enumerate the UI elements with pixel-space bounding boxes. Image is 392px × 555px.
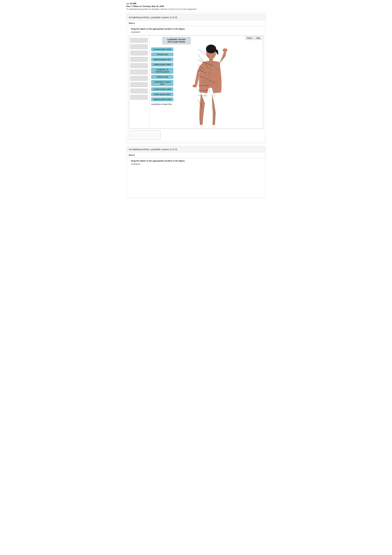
drop-box-10[interactable] — [130, 95, 148, 100]
svg-line-43 — [212, 98, 212, 110]
grading-note: To understand how points are awarded, re… — [127, 8, 266, 10]
svg-point-3 — [223, 48, 227, 52]
top-divider — [125, 13, 267, 13]
drop-box-7[interactable] — [130, 76, 148, 81]
answer-label-2: ANSWER: — [127, 163, 265, 166]
part-divider-2 — [127, 158, 265, 158]
labels-and-image: Cervical lymph nodes Thoracic duct Right… — [151, 46, 262, 127]
drop-box-9[interactable] — [130, 89, 148, 93]
drop-box-1[interactable] — [130, 38, 148, 43]
drop-box-8[interactable] — [130, 82, 148, 87]
activity-2-content-area — [127, 166, 265, 198]
body-illustration — [175, 44, 229, 127]
label-cisterna[interactable]: Cisterna chyli — [151, 75, 173, 79]
drop-box-4[interactable] — [130, 57, 148, 62]
label-inguinal[interactable]: Inguinal lymph nodes — [151, 97, 173, 101]
svg-line-34 — [205, 93, 206, 97]
instruction-text-2: Drag the labels to the appropriate locat… — [127, 159, 265, 163]
label-thoracic[interactable]: Thoracic duct — [151, 52, 173, 56]
instruction-text: Drag the labels to the appropriate locat… — [127, 27, 265, 31]
label-lower-limb[interactable]: Lymphatics of lower limb — [151, 102, 173, 106]
label-pelvic[interactable]: Pelvic lymph nodes — [151, 92, 173, 96]
part-a-label: Part A — [127, 20, 265, 25]
svg-line-35 — [214, 93, 214, 97]
page-title: Lc 14 HW — [127, 2, 266, 5]
drop-box-3[interactable] — [130, 51, 148, 55]
due-date: Due: 7:59am on Tuesday, May 19, 2020 — [127, 5, 266, 7]
labels-column: Cervical lymph nodes Thoracic duct Right… — [151, 47, 173, 127]
activity-2-section: Art-labeling Activity: Lymphatic system … — [127, 146, 266, 198]
svg-point-4 — [193, 84, 197, 88]
label-mammary[interactable]: Lymphatics ofmammary gland — [151, 68, 173, 74]
activity-1-header: Art-labeling Activity: Lymphatic system … — [127, 15, 265, 20]
drop-box-6[interactable] — [130, 70, 148, 74]
diagram-area: Lymphatic Vessels and Lymph Nodes Cervic… — [150, 36, 263, 129]
part-a-label-2: Part A — [127, 152, 265, 157]
activity-1-section: Art-labeling Activity: Lymphatic system … — [127, 14, 266, 142]
body-image-area — [175, 44, 229, 127]
extra-input-box[interactable] — [129, 130, 161, 140]
svg-point-1 — [206, 45, 216, 53]
drop-column — [129, 36, 150, 129]
part-divider — [127, 26, 265, 26]
legend-box: Lymphatic Vessels and Lymph Nodes — [162, 37, 191, 44]
label-axillary[interactable]: Axillary lymph nodes — [151, 63, 173, 66]
svg-line-53 — [198, 95, 207, 96]
label-lumbar[interactable]: Lumbar lymph nodes — [151, 87, 173, 91]
label-upper-limb[interactable]: Lymphatics of upperlimb — [151, 80, 173, 86]
label-cervical[interactable]: Cervical lymph nodes — [151, 47, 173, 51]
label-right-lymphatic[interactable]: Right lymphatic duct — [151, 58, 173, 61]
diagram-container: Reset Help Lymphatic Vessels and Lymph N… — [129, 35, 263, 129]
grading-policy-link[interactable]: Grading Policy — [168, 8, 180, 10]
drop-box-5[interactable] — [130, 63, 148, 68]
answer-label: ANSWER: — [127, 31, 265, 34]
activity-2-header: Art-labeling Activity: Lymphatic system … — [127, 146, 265, 152]
drop-box-2[interactable] — [130, 44, 148, 49]
page-header: Lc 14 HW Due: 7:59am on Tuesday, May 19,… — [125, 1, 267, 12]
